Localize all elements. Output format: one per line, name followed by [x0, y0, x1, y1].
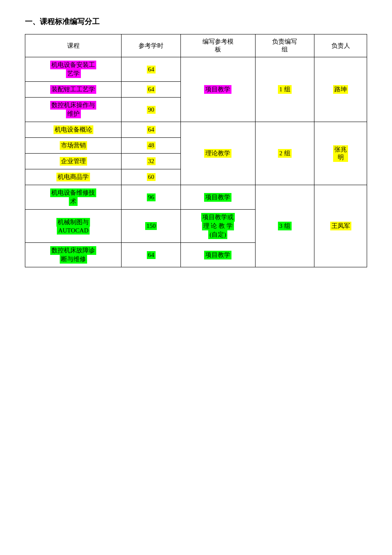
- group-value: 3 组: [278, 222, 291, 230]
- header-group: 负责编写组: [255, 34, 314, 57]
- cell-hours: 64: [122, 243, 181, 267]
- course-name-cont: 维护: [66, 110, 81, 118]
- template-line3: (自定): [208, 230, 227, 239]
- template-line1: 项目教学或: [201, 213, 235, 222]
- cell-template: 理论教学: [181, 122, 256, 185]
- hours-value: 150: [145, 222, 157, 230]
- header-hours: 参考学时: [122, 34, 181, 57]
- cell-person: 路坤: [314, 57, 367, 122]
- template-value: 理论教学: [204, 149, 231, 158]
- cell-template: 项目教学或 理 论 教 学 (自定): [181, 210, 256, 243]
- hours-value: 32: [147, 157, 156, 165]
- hours-value: 64: [147, 251, 156, 259]
- cell-group: 1 组: [255, 57, 314, 122]
- course-name: 市场营销: [60, 141, 87, 150]
- cell-hours: 32: [122, 154, 181, 169]
- cell-course: 机电设备维修技 术: [25, 185, 122, 210]
- hours-value: 96: [147, 193, 156, 201]
- cell-course: 市场营销: [25, 138, 122, 154]
- cell-template: 项目教学: [181, 185, 256, 210]
- course-name: 装配钳工工艺学: [50, 85, 96, 94]
- course-name: 数控机床故障诊: [50, 246, 96, 255]
- group-value: 2 组: [278, 149, 291, 158]
- cell-group: 3 组: [255, 185, 314, 267]
- template-value: 项目教学: [204, 193, 231, 202]
- cell-course: 企业管理: [25, 154, 122, 169]
- hours-value: 90: [147, 106, 156, 114]
- cell-course: 装配钳工工艺学: [25, 82, 122, 98]
- hours-value: 60: [147, 173, 156, 181]
- page-title: 一、课程标准编写分工: [25, 17, 367, 27]
- hours-value: 64: [147, 86, 156, 93]
- template-value: 项目教学: [204, 85, 231, 94]
- cell-hours: 96: [122, 185, 181, 210]
- header-course: 课程: [25, 34, 122, 57]
- cell-course: 机电商品学: [25, 169, 122, 185]
- table-row: 机电设备维修技 术 96 项目教学 3 组 王凤军: [25, 185, 367, 210]
- course-name-cont: AUTOCAD: [57, 227, 90, 235]
- course-name-cont: 断与维修: [60, 255, 87, 264]
- course-name: 机电设备安装工: [50, 61, 96, 69]
- header-template: 编写参考模板: [181, 34, 256, 57]
- person-value: 张兆明: [333, 145, 348, 162]
- cell-hours: 64: [122, 82, 181, 98]
- course-name: 机电设备维修技: [50, 188, 96, 197]
- cell-hours: 150: [122, 210, 181, 243]
- course-name-cont: 术: [69, 197, 78, 206]
- cell-group: 2 组: [255, 122, 314, 185]
- table-row: 机电设备概论 64 理论教学 2 组 张兆明: [25, 122, 367, 138]
- person-value: 王凤军: [330, 222, 351, 230]
- person-value: 路坤: [333, 85, 348, 94]
- course-name: 机电商品学: [56, 173, 90, 181]
- course-name-cont: 艺学: [66, 69, 81, 78]
- cell-person: 王凤军: [314, 185, 367, 267]
- cell-course: 机电设备安装工 艺学: [25, 57, 122, 82]
- group-value: 1 组: [278, 85, 291, 94]
- cell-course: 机械制图与 AUTOCAD: [25, 210, 122, 243]
- course-name: 机械制图与: [56, 218, 90, 227]
- cell-template: 项目教学: [181, 57, 256, 122]
- cell-course: 数控机床操作与 维护: [25, 98, 122, 122]
- table-row: 机电设备安装工 艺学 64 项目教学 1 组 路坤: [25, 57, 367, 82]
- cell-person: 张兆明: [314, 122, 367, 185]
- cell-hours: 90: [122, 98, 181, 122]
- cell-hours: 64: [122, 122, 181, 138]
- course-name: 机电设备概论: [54, 125, 93, 134]
- template-line2: 理 论 教 学: [202, 222, 234, 230]
- course-name: 企业管理: [60, 157, 87, 166]
- cell-course: 机电设备概论: [25, 122, 122, 138]
- course-name: 数控机床操作与: [50, 101, 96, 110]
- cell-hours: 48: [122, 138, 181, 154]
- hours-value: 48: [147, 142, 156, 149]
- cell-course: 数控机床故障诊 断与维修: [25, 243, 122, 267]
- hours-value: 64: [147, 66, 156, 73]
- cell-hours: 64: [122, 57, 181, 82]
- cell-hours: 60: [122, 169, 181, 185]
- header-person: 负责人: [314, 34, 367, 57]
- template-value: 项目教学: [204, 251, 231, 259]
- cell-template: 项目教学: [181, 243, 256, 267]
- main-table: 课程 参考学时 编写参考模板 负责编写组 负责人 机电设备安装工 艺学 64 项…: [25, 34, 367, 267]
- hours-value: 64: [147, 126, 156, 134]
- table-header-row: 课程 参考学时 编写参考模板 负责编写组 负责人: [25, 34, 367, 57]
